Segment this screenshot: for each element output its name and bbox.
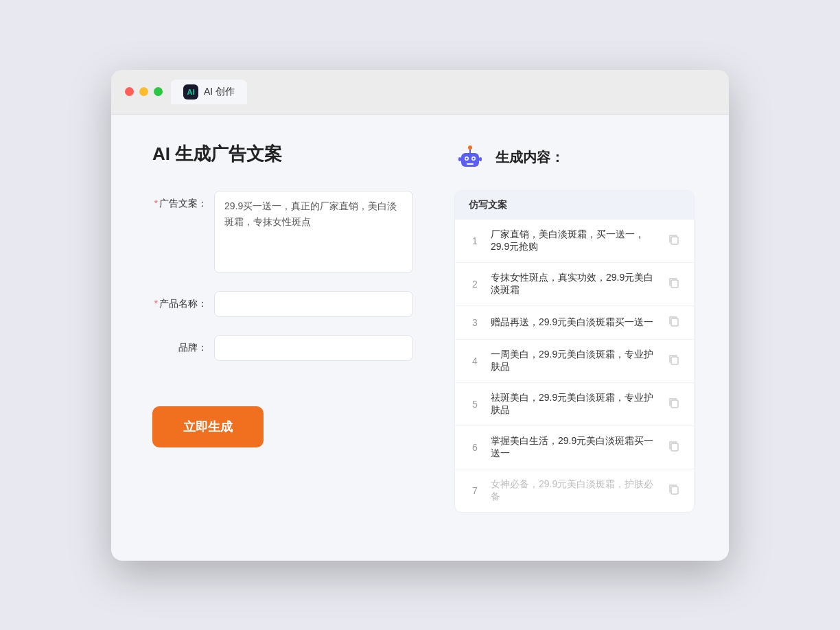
row-number: 3: [469, 317, 481, 328]
copy-icon[interactable]: [668, 277, 680, 292]
svg-rect-15: [671, 443, 678, 451]
ai-logo-icon: AI: [187, 88, 195, 96]
svg-rect-13: [671, 357, 678, 364]
svg-rect-14: [671, 400, 678, 408]
product-name-group: *产品名称： 美白淡斑霜: [152, 291, 413, 317]
svg-point-3: [466, 157, 468, 159]
robot-icon: [454, 142, 486, 174]
copy-icon[interactable]: [668, 440, 680, 455]
svg-rect-9: [479, 157, 482, 161]
product-name-input[interactable]: 美白淡斑霜: [214, 291, 413, 317]
maximize-button[interactable]: [154, 87, 163, 96]
copy-icon[interactable]: [668, 483, 680, 498]
svg-point-4: [473, 157, 475, 159]
left-panel: AI 生成广告文案 *广告文案： 29.9买一送一，真正的厂家直销，美白淡斑霜，…: [152, 142, 413, 533]
required-star-2: *: [154, 298, 158, 309]
table-row: 2专抹女性斑点，真实功效，29.9元美白淡斑霜: [455, 263, 694, 306]
row-text: 掌握美白生活，29.9元美白淡斑霜买一送一: [491, 435, 658, 460]
row-text: 祛斑美白，29.9元美白淡斑霜，专业护肤品: [491, 392, 658, 417]
brand-group: 品牌： 好白: [152, 335, 413, 361]
table-header: 仿写文案: [455, 191, 694, 220]
page-title: AI 生成广告文案: [152, 142, 413, 166]
ad-copy-label: *广告文案：: [152, 191, 207, 210]
row-number: 4: [469, 355, 481, 366]
svg-rect-5: [467, 163, 474, 165]
copy-icon[interactable]: [668, 353, 680, 369]
row-text: 专抹女性斑点，真实功效，29.9元美白淡斑霜: [491, 272, 658, 296]
result-title: 生成内容：: [495, 148, 564, 167]
row-number: 2: [469, 279, 481, 290]
traffic-lights: [125, 87, 163, 96]
svg-rect-10: [671, 237, 678, 244]
brand-label: 品牌：: [152, 335, 207, 354]
result-table: 仿写文案 1厂家直销，美白淡斑霜，买一送一，29.9元抢购 2专抹女性斑点，真实…: [454, 190, 695, 513]
row-number: 5: [469, 399, 481, 410]
row-text: 一周美白，29.9元美白淡斑霜，专业护肤品: [491, 349, 658, 373]
row-text: 赠品再送，29.9元美白淡斑霜买一送一: [491, 316, 658, 329]
svg-rect-12: [671, 318, 678, 326]
tab-icon: AI: [183, 84, 198, 100]
table-row: 3赠品再送，29.9元美白淡斑霜买一送一: [455, 306, 694, 340]
copy-icon[interactable]: [668, 397, 680, 412]
table-row: 5祛斑美白，29.9元美白淡斑霜，专业护肤品: [455, 383, 694, 426]
svg-rect-11: [671, 280, 678, 288]
copy-icon[interactable]: [668, 233, 680, 248]
row-text: 厂家直销，美白淡斑霜，买一送一，29.9元抢购: [491, 229, 658, 253]
row-number: 6: [469, 442, 481, 453]
table-row: 4一周美白，29.9元美白淡斑霜，专业护肤品: [455, 340, 694, 383]
copy-icon[interactable]: [668, 315, 680, 330]
svg-point-7: [468, 145, 472, 150]
svg-rect-16: [671, 487, 678, 494]
table-row: 6掌握美白生活，29.9元美白淡斑霜买一送一: [455, 426, 694, 469]
browser-window: AI AI 创作 AI 生成广告文案 *广告文案： 29.9买一送一，真正的厂家…: [111, 70, 729, 561]
close-button[interactable]: [125, 87, 134, 96]
right-panel: 生成内容： 仿写文案 1厂家直销，美白淡斑霜，买一送一，29.9元抢购 2专抹女…: [454, 142, 695, 533]
table-row: 1厂家直销，美白淡斑霜，买一送一，29.9元抢购: [455, 220, 694, 263]
row-number: 1: [469, 235, 481, 246]
required-star: *: [154, 198, 158, 209]
ad-copy-group: *广告文案： 29.9买一送一，真正的厂家直销，美白淡斑霜，专抹女性斑点: [152, 191, 413, 273]
table-row: 7女神必备，29.9元美白淡斑霜，护肤必备: [455, 469, 694, 512]
result-header: 生成内容：: [454, 142, 695, 174]
title-bar: AI AI 创作: [111, 70, 729, 115]
svg-rect-8: [458, 157, 461, 161]
product-name-label: *产品名称：: [152, 291, 207, 310]
brand-input[interactable]: 好白: [214, 335, 413, 361]
tab-ai-creation[interactable]: AI AI 创作: [171, 80, 247, 104]
row-text: 女神必备，29.9元美白淡斑霜，护肤必备: [491, 478, 658, 503]
main-content: AI 生成广告文案 *广告文案： 29.9买一送一，真正的厂家直销，美白淡斑霜，…: [111, 115, 729, 561]
row-number: 7: [469, 485, 481, 496]
minimize-button[interactable]: [139, 87, 148, 96]
generate-button[interactable]: 立即生成: [152, 406, 264, 447]
tab-label: AI 创作: [204, 86, 235, 98]
ad-copy-input[interactable]: 29.9买一送一，真正的厂家直销，美白淡斑霜，专抹女性斑点: [214, 191, 413, 273]
